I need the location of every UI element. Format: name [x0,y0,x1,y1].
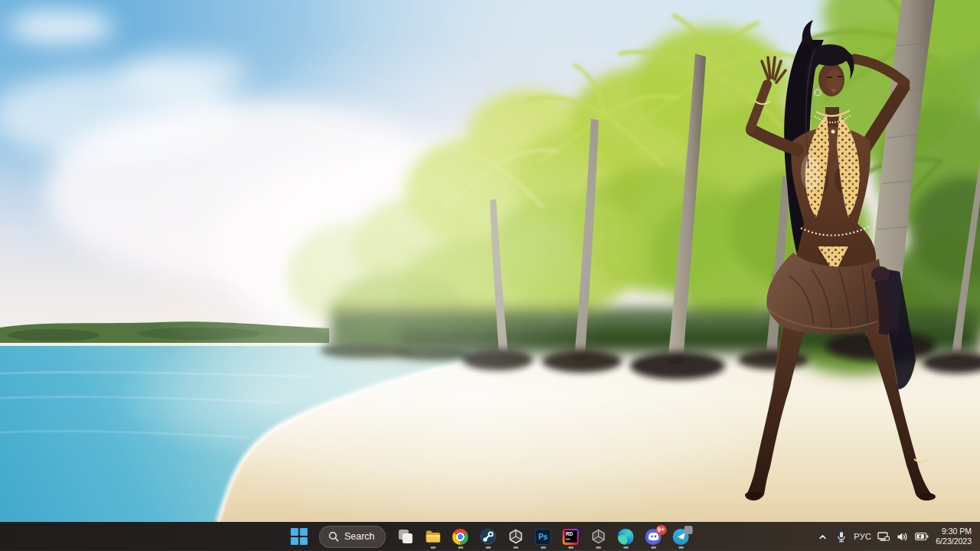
network-tray-button[interactable] [874,523,893,549]
clock[interactable]: 9:30 PM 6/23/2023 [932,523,976,549]
search-label: Search [345,531,375,542]
steam-icon [479,528,496,545]
unity-button[interactable] [585,523,611,549]
language-label: РУС [854,532,871,541]
rider-label: RD [566,531,573,536]
rider-button[interactable]: RD [557,523,583,549]
desktop-wallpaper[interactable] [0,0,980,522]
photoshop-icon: Ps [535,529,551,545]
discord-button[interactable]: 9+ [640,523,666,549]
task-view-button[interactable] [392,523,418,549]
photoshop-label: Ps [538,533,547,541]
battery-tray-button[interactable] [913,523,931,549]
chrome-button[interactable] [447,523,473,549]
running-indicator [458,546,463,549]
system-tray: РУС [813,522,976,551]
taskbar: Search [0,522,980,551]
running-indicator [651,546,656,549]
hidden-icons-button[interactable] [813,523,831,549]
task-view-icon [397,528,413,545]
volume-tray-button[interactable] [893,523,912,549]
microphone-icon [836,531,847,543]
windows-logo-icon [291,528,308,545]
file-explorer-icon [424,528,441,545]
network-icon [877,531,890,542]
unity-hub-icon [507,528,524,545]
taskbar-center-group: Search [286,522,694,551]
chrome-icon [452,529,469,545]
unity-hub-button[interactable] [502,523,528,549]
steam-button[interactable] [475,523,501,549]
running-indicator [430,546,436,549]
running-indicator [513,546,518,549]
edge-button[interactable] [612,523,639,549]
language-indicator[interactable]: РУС [851,523,874,549]
speaker-icon [897,531,909,543]
telegram-notification-badge [684,526,692,534]
tray-date: 6/23/2023 [936,536,972,546]
telegram-button[interactable] [668,523,694,549]
search-box[interactable]: Search [319,526,386,548]
running-indicator [541,546,546,549]
running-indicator [623,546,629,549]
unity-icon [590,528,606,545]
photoshop-button[interactable]: Ps [530,523,556,549]
wallpaper-scene [0,0,980,522]
tray-time: 9:30 PM [942,527,972,536]
running-indicator [596,546,601,549]
edge-icon [618,529,634,545]
running-indicator [568,546,573,549]
rider-icon: RD [563,529,579,545]
desktop-screen: Search [0,0,980,551]
file-explorer-button[interactable] [420,523,446,549]
discord-notification-badge: 9+ [656,525,667,535]
chevron-up-icon [818,532,828,542]
microphone-tray-button[interactable] [832,523,851,549]
search-icon [328,531,339,542]
battery-icon [915,532,929,541]
start-button[interactable] [286,523,312,549]
running-indicator [485,546,491,549]
running-indicator [678,546,684,549]
